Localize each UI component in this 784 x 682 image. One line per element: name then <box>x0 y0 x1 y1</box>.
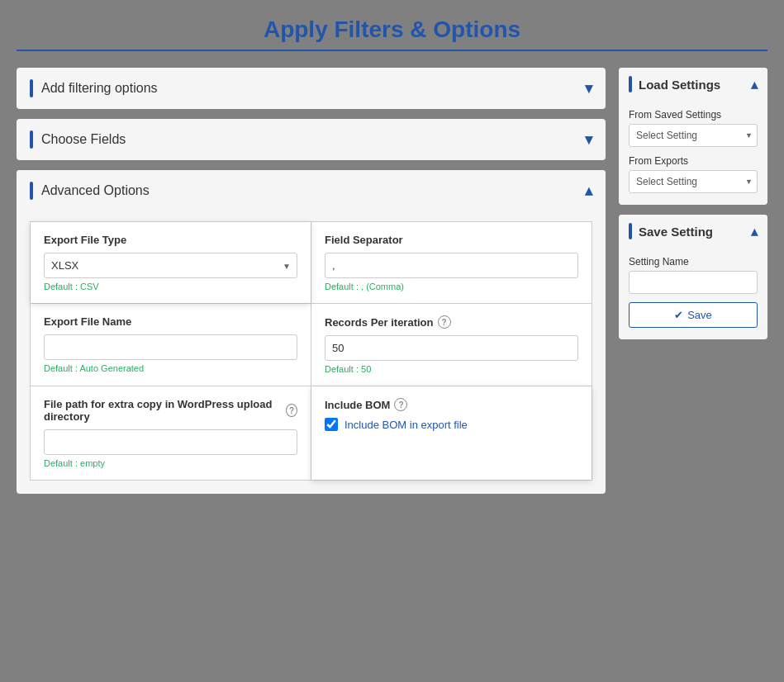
options-grid: Export File Type XLSX CSV JSON XML Defau… <box>30 221 592 481</box>
setting-name-group: Setting Name <box>629 256 758 294</box>
add-filtering-header[interactable]: Add filtering options ▾ <box>17 68 606 109</box>
save-setting-body: Setting Name ✔ Save <box>619 248 767 339</box>
save-setting-blue-bar <box>629 223 632 239</box>
records-help-icon[interactable]: ? <box>438 315 451 329</box>
export-file-name-label: Export File Name <box>44 315 297 328</box>
add-filtering-title: Add filtering options <box>41 81 158 96</box>
choose-fields-chevron-icon: ▾ <box>585 130 592 149</box>
advanced-options-title: Advanced Options <box>41 183 150 198</box>
page-container: Apply Filters & Options Add filtering op… <box>0 0 784 510</box>
from-saved-settings-group: From Saved Settings Select Setting <box>629 109 758 147</box>
advanced-options-header[interactable]: Advanced Options ▴ <box>17 170 606 211</box>
export-file-name-input[interactable] <box>44 334 297 360</box>
load-settings-body: From Saved Settings Select Setting From … <box>619 101 767 205</box>
from-saved-select-wrapper: Select Setting <box>629 124 758 147</box>
field-separator-default: Default : , (Comma) <box>325 282 578 291</box>
include-bom-checkbox[interactable] <box>325 418 338 431</box>
include-bom-checkbox-row: Include BOM in export file <box>325 418 578 431</box>
save-setting-card: Save Setting ▴ Setting Name ✔ Save <box>619 215 767 339</box>
records-per-iteration-label: Records Per iteration ? <box>325 315 578 329</box>
choose-fields-blue-bar <box>30 130 33 149</box>
file-path-label: File path for extra copy in WordPress up… <box>44 398 297 423</box>
left-panel: Add filtering options ▾ Choose Fields ▾ <box>17 68 606 494</box>
page-title: Apply Filters & Options <box>17 17 767 43</box>
save-button-label: Save <box>687 309 712 321</box>
include-bom-cell: Include BOM ? Include BOM in export file <box>311 386 592 480</box>
advanced-options-body: Export File Type XLSX CSV JSON XML Defau… <box>17 211 606 494</box>
field-separator-input[interactable] <box>325 253 578 278</box>
include-bom-help-icon[interactable]: ? <box>394 398 407 411</box>
export-file-name-default: Default : Auto Generated <box>44 363 297 373</box>
file-path-input[interactable] <box>44 429 297 455</box>
main-layout: Add filtering options ▾ Choose Fields ▾ <box>17 68 767 494</box>
export-file-name-cell: Export File Name Default : Auto Generate… <box>31 304 311 386</box>
setting-name-label: Setting Name <box>629 256 758 268</box>
from-saved-label: From Saved Settings <box>629 109 758 121</box>
field-separator-label: Field Separator <box>325 234 578 246</box>
load-settings-header[interactable]: Load Settings ▴ <box>619 68 767 101</box>
load-settings-title: Load Settings <box>639 78 720 92</box>
export-file-type-select-wrapper: XLSX CSV JSON XML <box>44 253 297 278</box>
export-file-type-cell: Export File Type XLSX CSV JSON XML Defau… <box>31 222 311 303</box>
save-setting-chevron-icon: ▴ <box>751 224 758 239</box>
save-setting-title: Save Setting <box>639 225 713 239</box>
include-bom-label: Include BOM ? <box>325 398 578 411</box>
right-panel: Load Settings ▴ From Saved Settings Sele… <box>619 68 767 339</box>
records-per-iteration-input[interactable] <box>325 335 578 361</box>
advanced-options-chevron-icon: ▴ <box>585 182 592 200</box>
choose-fields-header[interactable]: Choose Fields ▾ <box>17 119 606 160</box>
file-path-cell: File path for extra copy in WordPress up… <box>31 386 311 480</box>
title-divider <box>17 50 767 51</box>
include-bom-checkbox-label[interactable]: Include BOM in export file <box>344 419 468 431</box>
add-filtering-section: Add filtering options ▾ <box>17 68 606 109</box>
from-exports-label: From Exports <box>629 155 758 167</box>
setting-name-input[interactable] <box>629 271 758 294</box>
save-setting-header[interactable]: Save Setting ▴ <box>619 215 767 248</box>
from-exports-group: From Exports Select Setting <box>629 155 758 193</box>
save-button[interactable]: ✔ Save <box>629 302 758 328</box>
file-path-default: Default : empty <box>44 458 297 468</box>
from-exports-select-wrapper: Select Setting <box>629 170 758 193</box>
export-file-type-default: Default : CSV <box>44 282 297 291</box>
file-path-help-icon[interactable]: ? <box>286 404 297 417</box>
load-settings-card: Load Settings ▴ From Saved Settings Sele… <box>619 68 767 205</box>
export-file-type-select[interactable]: XLSX CSV JSON XML <box>44 253 297 278</box>
load-settings-blue-bar <box>629 76 632 92</box>
add-filtering-blue-bar <box>30 79 33 97</box>
records-per-iteration-default: Default : 50 <box>325 364 578 374</box>
choose-fields-title: Choose Fields <box>41 132 126 147</box>
export-file-type-label: Export File Type <box>44 234 297 246</box>
choose-fields-section: Choose Fields ▾ <box>17 119 606 160</box>
advanced-options-blue-bar <box>30 182 33 200</box>
load-settings-chevron-icon: ▴ <box>751 77 758 92</box>
add-filtering-chevron-icon: ▾ <box>585 79 592 97</box>
save-check-icon: ✔ <box>674 309 683 321</box>
from-saved-select[interactable]: Select Setting <box>629 124 758 147</box>
records-per-iteration-cell: Records Per iteration ? Default : 50 <box>311 304 592 386</box>
field-separator-cell: Field Separator Default : , (Comma) <box>311 222 592 303</box>
from-exports-select[interactable]: Select Setting <box>629 170 758 193</box>
advanced-options-section: Advanced Options ▴ Export File Type XLSX <box>17 170 606 494</box>
